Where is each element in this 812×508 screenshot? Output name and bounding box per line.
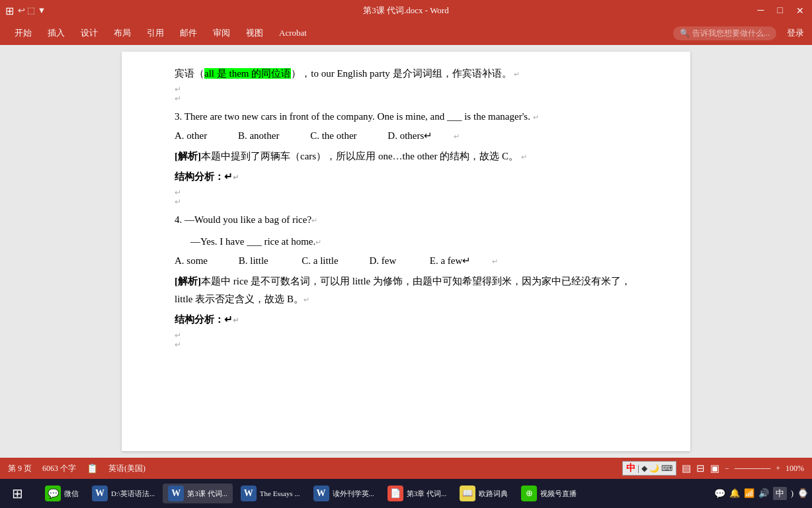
pdf-chapter3-icon: 📄 bbox=[387, 486, 403, 501]
q3-option-d: D. others↵ bbox=[387, 130, 432, 141]
intro-prefix: 宾语（ bbox=[175, 68, 204, 79]
para-break-6 bbox=[175, 341, 637, 350]
q3-number: 3. bbox=[175, 111, 184, 122]
taskbar-word-lesson3-label: 第3课 代词... bbox=[187, 489, 227, 499]
taskbar-word-lesson3[interactable]: W 第3课 代词... bbox=[163, 484, 233, 503]
menu-mailings[interactable]: 邮件 bbox=[173, 24, 204, 42]
title-bar: ⊞ ↩ ⬚ ▼ 第3课 代词.docx - Word ─ □ ✕ bbox=[0, 0, 812, 21]
menu-home[interactable]: 开始 bbox=[8, 24, 38, 42]
ime-punc: ◆ bbox=[641, 464, 647, 474]
question-4-text: 4. —Would you like a bag of rice?↵ bbox=[175, 211, 637, 229]
taskbar-wechat-label: 微信 bbox=[64, 489, 79, 499]
menu-view[interactable]: 视图 bbox=[239, 24, 270, 42]
document-page[interactable]: 宾语（all 是 them 的同位语），to our English party… bbox=[122, 52, 690, 451]
taskbar: ⊞ 💬 微信 W D:\英语语法... W 第3课 代词... W The Es… bbox=[0, 479, 812, 508]
taskbar-luoluo[interactable]: 📖 欧路词典 bbox=[454, 484, 513, 503]
q3-structure-label: 结构分析：↵ bbox=[175, 171, 233, 182]
q4-structure-label: 结构分析：↵ bbox=[175, 314, 233, 325]
word-foreign-icon: W bbox=[313, 486, 329, 501]
menu-insert[interactable]: 插入 bbox=[41, 24, 71, 42]
q4-analysis-label: [解析] bbox=[175, 276, 201, 286]
view-mode-btn[interactable]: ▤ bbox=[682, 462, 691, 474]
minimize-button[interactable]: ─ bbox=[755, 5, 767, 16]
zoom-out-btn[interactable]: − bbox=[725, 464, 729, 474]
word-logo-icon: ⊞ bbox=[5, 5, 14, 17]
close-button[interactable]: ✕ bbox=[793, 5, 807, 17]
taskbar-video-label: 视频号直播 bbox=[540, 489, 577, 499]
q4-analysis-text: 本题中 rice 是不可数名词，可以用 little 为修饰，由题中可知希望得到… bbox=[175, 276, 631, 304]
ime-red-icon: 中 bbox=[626, 462, 635, 474]
maximize-button[interactable]: □ bbox=[775, 5, 786, 16]
menu-acrobat[interactable]: Acrobat bbox=[272, 25, 313, 41]
ime-keyboard: ⌨ bbox=[661, 464, 672, 474]
q3-analysis-text: 本题中提到了两辆车（cars），所以应用 one…the other 的结构，故… bbox=[201, 151, 518, 161]
sys-ime-zh[interactable]: 中 bbox=[773, 487, 787, 500]
taskbar-word-essays[interactable]: W The Essays ... bbox=[235, 484, 305, 503]
taskbar-word-grammar[interactable]: W D:\英语语法... bbox=[87, 484, 160, 503]
para-break-3 bbox=[175, 189, 637, 198]
signin-button[interactable]: 登录 bbox=[787, 27, 804, 39]
q4-number: 4. bbox=[175, 214, 184, 225]
q4-option-c: C. a little bbox=[302, 255, 338, 266]
layout-mode-btn[interactable]: ⊟ bbox=[696, 462, 705, 474]
status-right: 中 | ◆ 🌙 ⌨ ▤ ⊟ ▣ − ─────── + 100% bbox=[622, 461, 804, 476]
taskbar-word-grammar-label: D:\英语语法... bbox=[111, 489, 155, 499]
ime-separator: | bbox=[637, 464, 639, 474]
q3-structure: 结构分析：↵↵ bbox=[175, 168, 637, 186]
para-break-5 bbox=[175, 331, 637, 341]
q4-option-e: E. a few↵ bbox=[430, 255, 471, 266]
sys-ime-punc[interactable]: ) bbox=[791, 488, 793, 499]
title-bar-left: ⊞ ↩ ⬚ ▼ bbox=[5, 5, 46, 17]
q3-option-b: B. another bbox=[238, 130, 279, 141]
track-changes-icon: 📋 bbox=[87, 463, 98, 474]
word-essays-icon: W bbox=[241, 486, 257, 501]
menu-design[interactable]: 设计 bbox=[74, 24, 104, 42]
read-mode-btn[interactable]: ▣ bbox=[710, 462, 719, 474]
taskbar-luoluo-label: 欧路词典 bbox=[479, 489, 508, 499]
sys-network-icon: 📶 bbox=[744, 488, 754, 499]
q4-content: —Would you like a bag of rice? bbox=[184, 214, 311, 225]
q3-content: There are two new cars in front of the c… bbox=[184, 111, 533, 122]
window-title: 第3课 代词.docx - Word bbox=[363, 5, 448, 17]
grammar-highlight: all 是 them 的同位语 bbox=[204, 68, 291, 79]
status-bar: 第 9 页 6063 个字 📋 英语(美国) 中 | ◆ 🌙 ⌨ ▤ ⊟ ▣ −… bbox=[0, 458, 812, 479]
taskbar-pdf-chapter3-label: 第3章 代词... bbox=[407, 489, 447, 499]
taskbar-video[interactable]: ⊕ 视频号直播 bbox=[516, 484, 582, 503]
search-box[interactable]: 🔍 告诉我您想要做什么... bbox=[673, 26, 776, 40]
q4-structure: 结构分析：↵↵ bbox=[175, 311, 637, 329]
q3-option-c: C. the other bbox=[310, 130, 356, 141]
zoom-slider[interactable]: ─────── bbox=[735, 464, 771, 472]
para-break-1 bbox=[175, 85, 637, 95]
sys-volume-icon: 🔊 bbox=[758, 488, 769, 499]
menu-layout[interactable]: 布局 bbox=[107, 24, 138, 42]
search-icon: 🔍 bbox=[680, 28, 690, 38]
video-icon: ⊕ bbox=[521, 486, 537, 501]
q4-option-d: D. few bbox=[369, 255, 396, 266]
zoom-in-btn[interactable]: + bbox=[776, 464, 780, 474]
menu-review[interactable]: 审阅 bbox=[206, 24, 237, 42]
question-4-subtext: —Yes. I have ___ rice at home.↵ bbox=[190, 233, 637, 251]
sys-clock: ⌚ bbox=[797, 488, 808, 499]
taskbar-wechat[interactable]: 💬 微信 bbox=[40, 484, 84, 503]
language: 英语(美国) bbox=[108, 463, 145, 474]
window-controls: ─ □ ✕ bbox=[755, 5, 807, 17]
taskbar-start[interactable]: ⊞ bbox=[4, 484, 37, 503]
quick-access[interactable]: ↩ ⬚ ▼ bbox=[18, 5, 46, 16]
document-area: 宾语（all 是 them 的同位语），to our English party… bbox=[0, 45, 812, 458]
taskbar-word-foreign[interactable]: W 读外刊学英... bbox=[308, 484, 380, 503]
q4-option-a: A. some bbox=[175, 255, 208, 266]
sys-wechat-icon: 💬 bbox=[714, 488, 725, 499]
q3-analysis-label: [解析] bbox=[175, 151, 201, 161]
menu-references[interactable]: 引用 bbox=[140, 24, 171, 42]
ime-box[interactable]: 中 | ◆ 🌙 ⌨ bbox=[622, 461, 676, 476]
wechat-icon: 💬 bbox=[45, 486, 61, 501]
q4-analysis: [解析]本题中 rice 是不可数名词，可以用 little 为修饰，由题中可知… bbox=[175, 273, 637, 308]
word-lesson3-icon: W bbox=[168, 486, 184, 501]
q4-option-b: B. little bbox=[239, 255, 268, 266]
menu-bar: 开始 插入 设计 布局 引用 邮件 审阅 视图 Acrobat 🔍 告诉我您想要… bbox=[0, 21, 812, 45]
q4-subtext: —Yes. I have ___ rice at home. bbox=[190, 236, 315, 247]
luoluo-icon: 📖 bbox=[460, 486, 475, 501]
question-3-text: 3. There are two new cars in front of th… bbox=[175, 108, 637, 126]
taskbar-pdf-chapter3[interactable]: 📄 第3章 代词... bbox=[382, 484, 452, 503]
q3-analysis: [解析]本题中提到了两辆车（cars），所以应用 one…the other 的… bbox=[175, 148, 637, 165]
